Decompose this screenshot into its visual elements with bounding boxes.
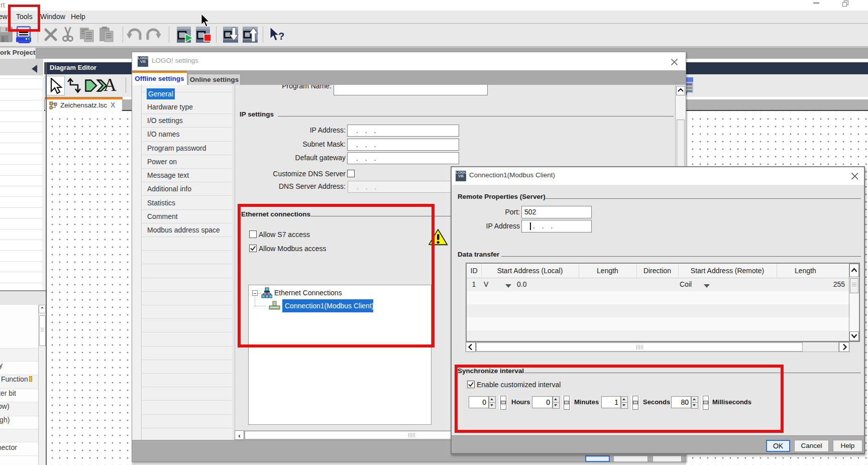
- svg-text:?: ?: [278, 31, 284, 42]
